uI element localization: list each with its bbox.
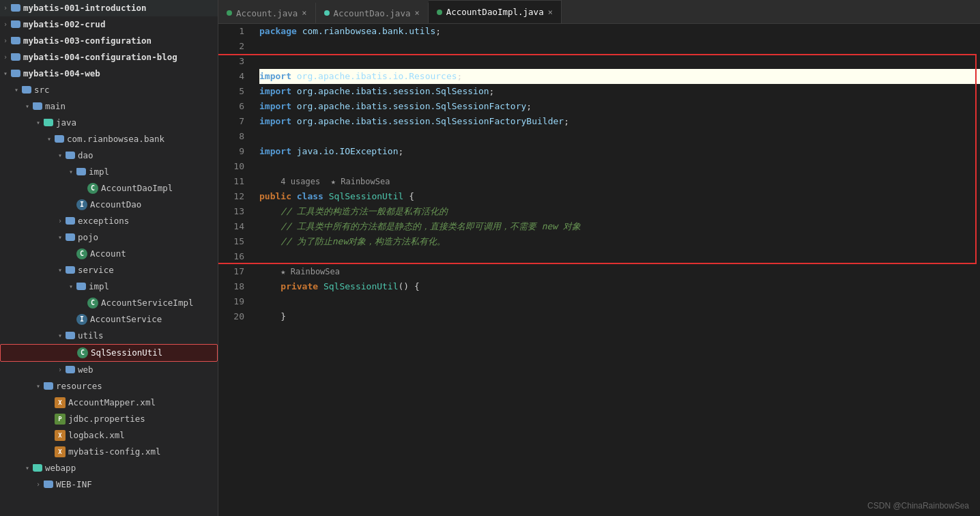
interface-icon: I (76, 199, 87, 210)
arrow-icon[interactable] (33, 116, 44, 130)
item-label: utils (78, 329, 104, 343)
item-label: logback.xml (68, 429, 125, 442)
tab-AccountJava[interactable]: Account.java × (218, 3, 316, 23)
item-label: mybatis-config.xml (68, 445, 160, 459)
sidebar-item-AccountDaoImpl[interactable]: CAccountDaoImpl (0, 180, 218, 197)
tab-bar: Account.java × AccountDao.java × Account… (218, 0, 980, 24)
tab-label: Account.java (236, 8, 298, 18)
line-number-13: 13 (218, 204, 244, 219)
sidebar-item-AccountDao[interactable]: IAccountDao (0, 197, 218, 213)
tab-AccountDaoImplJava[interactable]: AccountDaoImpl.java × (429, 0, 562, 23)
arrow-icon[interactable] (44, 132, 55, 146)
item-label: impl (89, 165, 109, 179)
sidebar-item-webapp[interactable]: webapp (0, 460, 218, 476)
arrow-icon[interactable] (0, 67, 11, 81)
tab-close-button[interactable]: × (302, 8, 306, 18)
arrow-icon[interactable] (33, 478, 44, 491)
sidebar-item-impl-svc[interactable]: impl (0, 278, 218, 295)
project-icon (11, 4, 20, 12)
line-number-15: 15 (218, 234, 244, 249)
line-number-17: 17 (218, 264, 244, 279)
arrow-icon[interactable] (0, 34, 11, 48)
sidebar-item-WEB-INF[interactable]: WEB-INF (0, 476, 218, 493)
item-label: service (78, 263, 114, 277)
item-label: main (45, 100, 66, 113)
arrow-icon[interactable] (0, 1, 11, 15)
item-label: jdbc.properties (68, 412, 145, 426)
item-label: mybatis-004-web (23, 67, 100, 81)
sidebar-item-mybatis-003[interactable]: mybatis-003-configuration (0, 33, 218, 49)
sidebar-item-exceptions[interactable]: exceptions (0, 213, 218, 229)
folder-icon (33, 102, 42, 110)
sidebar-item-main[interactable]: main (0, 98, 218, 115)
arrow-icon[interactable] (66, 165, 76, 179)
sidebar-item-mybatis-004-web[interactable]: mybatis-004-web (0, 66, 218, 82)
line-number-20: 20 (218, 309, 244, 324)
project-icon (11, 37, 20, 44)
arrow-icon[interactable] (22, 461, 33, 475)
editor-area: Account.java × AccountDao.java × Account… (218, 0, 980, 516)
code-lines: package com.rianbowsea.bank.utils; impor… (253, 24, 980, 516)
arrow-icon[interactable] (55, 214, 66, 228)
sidebar-item-dao[interactable]: dao (0, 147, 218, 164)
xml-icon: X (55, 446, 66, 457)
folder-icon (44, 481, 53, 488)
arrow-icon[interactable] (22, 100, 33, 113)
sidebar-item-jdbc.properties[interactable]: Pjdbc.properties (0, 411, 218, 427)
code-line-4: import org.apache.ibatis.io.Resources; (259, 69, 980, 84)
xml-icon: X (55, 430, 66, 441)
arrow-icon[interactable] (33, 379, 44, 393)
tab-close-button[interactable]: × (414, 8, 419, 18)
line-number-5: 5 (218, 84, 244, 99)
sidebar-item-pojo[interactable]: pojo (0, 229, 218, 246)
tab-dot-icon (437, 10, 442, 15)
line-number-19: 19 (218, 294, 244, 309)
sidebar-item-AccountMapper.xml[interactable]: XAccountMapper.xml (0, 395, 218, 411)
sidebar-item-logback.xml[interactable]: Xlogback.xml (0, 427, 218, 444)
arrow-icon[interactable] (0, 51, 11, 64)
sidebar-item-resources[interactable]: resources (0, 378, 218, 395)
tab-AccountDaoJava[interactable]: AccountDao.java × (316, 3, 429, 23)
code-line-14: // 工具类中所有的方法都是静态的，直接类名即可调用，不需要 new 对象 (259, 219, 980, 234)
item-label: src (34, 83, 50, 97)
sidebar-item-mybatis-001[interactable]: mybatis-001-introduction (0, 0, 218, 16)
item-label: SqlSessionUtil (91, 346, 162, 360)
item-label: mybatis-001-introduction (23, 1, 147, 15)
sidebar-item-service[interactable]: service (0, 262, 218, 278)
arrow-icon[interactable] (55, 363, 66, 377)
item-label: AccountServiceImpl (101, 296, 193, 310)
arrow-icon[interactable] (55, 231, 66, 244)
sidebar-item-web[interactable]: web (0, 362, 218, 378)
item-label: resources (56, 379, 102, 393)
folder-icon (44, 382, 53, 390)
sidebar-item-mybatis-config.xml[interactable]: Xmybatis-config.xml (0, 444, 218, 460)
sidebar-item-mybatis-002[interactable]: mybatis-002-crud (0, 16, 218, 33)
sidebar-item-impl-dao[interactable]: impl (0, 164, 218, 180)
item-label: mybatis-003-configuration (23, 34, 152, 48)
arrow-icon[interactable] (11, 83, 22, 97)
line-number-8: 8 (218, 129, 244, 144)
sidebar-item-com[interactable]: com.rianbowsea.bank (0, 131, 218, 147)
sidebar-item-AccountServiceImpl[interactable]: CAccountServiceImpl (0, 295, 218, 311)
sidebar-item-SqlSessionUtil[interactable]: CSqlSessionUtil (0, 344, 218, 362)
arrow-icon[interactable] (66, 280, 76, 293)
line-number-12: 12 (218, 189, 244, 204)
tab-dot-icon (324, 10, 330, 16)
sidebar-item-AccountService[interactable]: IAccountService (0, 311, 218, 328)
sidebar-item-utils[interactable]: utils (0, 328, 218, 344)
project-icon (11, 53, 20, 61)
arrow-icon[interactable] (55, 329, 66, 343)
sidebar-item-Account[interactable]: CAccount (0, 246, 218, 262)
sidebar-item-src[interactable]: src (0, 82, 218, 98)
tab-label: AccountDaoImpl.java (446, 7, 544, 17)
class-icon: C (76, 248, 87, 259)
arrow-icon[interactable] (55, 263, 66, 277)
code-area[interactable]: 1234567891011121314151617181920 package … (218, 24, 980, 516)
item-label: mybatis-002-crud (23, 18, 105, 31)
tab-close-button[interactable]: × (548, 8, 553, 17)
sidebar-item-mybatis-004-blog[interactable]: mybatis-004-configuration-blog (0, 49, 218, 66)
folder-teal-icon (33, 464, 42, 472)
arrow-icon[interactable] (55, 149, 66, 162)
sidebar-item-java[interactable]: java (0, 115, 218, 131)
arrow-icon[interactable] (0, 18, 11, 31)
